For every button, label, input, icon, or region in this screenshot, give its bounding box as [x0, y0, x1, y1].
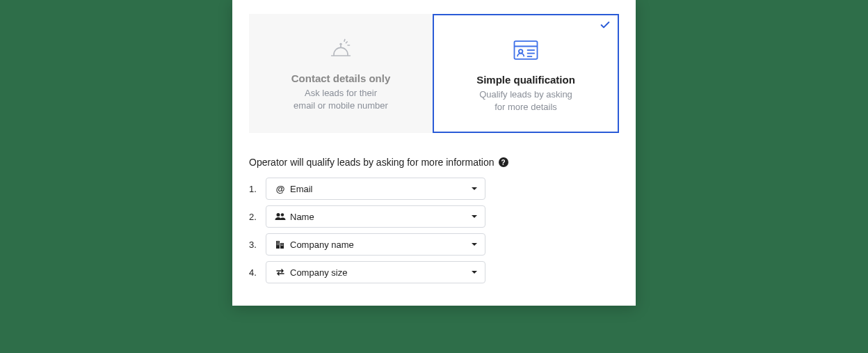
svg-rect-13 — [277, 243, 278, 244]
svg-rect-19 — [281, 245, 282, 246]
field-label: Email — [287, 184, 471, 194]
svg-rect-9 — [276, 241, 280, 249]
field-row: 1. @ Email — [249, 178, 485, 200]
svg-rect-17 — [281, 244, 282, 244]
swap-icon — [273, 268, 287, 276]
chevron-down-icon — [471, 238, 478, 251]
svg-rect-15 — [277, 244, 278, 245]
card-qual-sub: Qualify leads by askingfor more details — [445, 88, 606, 113]
qualification-panel: Contact details only Ask leads for their… — [232, 0, 636, 306]
chevron-down-icon — [471, 210, 478, 223]
field-label: Company size — [287, 267, 471, 278]
card-row: Contact details only Ask leads for their… — [249, 14, 619, 133]
svg-point-8 — [281, 214, 284, 217]
lead-text: Operator will qualify leads by asking fo… — [249, 157, 619, 168]
svg-rect-12 — [278, 242, 279, 242]
field-select-company-name[interactable]: Company name — [266, 233, 485, 256]
svg-rect-20 — [282, 245, 283, 246]
field-select-company-size[interactable]: Company size — [266, 261, 485, 283]
building-icon — [273, 240, 287, 249]
at-icon: @ — [273, 184, 287, 194]
check-icon — [600, 19, 611, 33]
id-card-icon — [445, 36, 606, 64]
card-contact-title: Contact details only — [260, 72, 421, 84]
svg-rect-11 — [277, 242, 278, 242]
help-icon[interactable]: ? — [499, 157, 508, 167]
svg-point-0 — [339, 43, 341, 45]
lead-text-label: Operator will qualify leads by asking fo… — [249, 157, 495, 168]
field-number: 3. — [249, 240, 259, 250]
svg-rect-10 — [280, 243, 284, 249]
card-contact-details[interactable]: Contact details only Ask leads for their… — [249, 14, 433, 133]
field-rows: 1. @ Email 2. Name — [249, 178, 485, 283]
bell-icon — [260, 35, 421, 63]
field-label: Name — [287, 212, 471, 222]
card-simple-qualification[interactable]: Simple qualification Qualify leads by as… — [433, 14, 619, 133]
field-row: 2. Name — [249, 205, 485, 228]
field-select-name[interactable]: Name — [266, 205, 485, 228]
field-row: 4. Company size — [249, 261, 485, 283]
field-row: 3. Company name — [249, 233, 485, 256]
field-number: 2. — [249, 212, 259, 222]
svg-point-7 — [277, 213, 280, 217]
field-select-email[interactable]: @ Email — [266, 178, 485, 200]
chevron-down-icon — [471, 182, 478, 195]
svg-rect-16 — [278, 244, 279, 245]
field-label: Company name — [287, 240, 471, 250]
field-number: 4. — [249, 267, 259, 278]
card-contact-sub: Ask leads for theiremail or mobile numbe… — [260, 87, 421, 112]
svg-rect-18 — [282, 244, 283, 244]
people-icon — [273, 212, 287, 221]
chevron-down-icon — [471, 266, 478, 279]
field-number: 1. — [249, 184, 259, 194]
svg-rect-14 — [278, 243, 279, 244]
card-qual-title: Simple qualification — [445, 74, 606, 86]
